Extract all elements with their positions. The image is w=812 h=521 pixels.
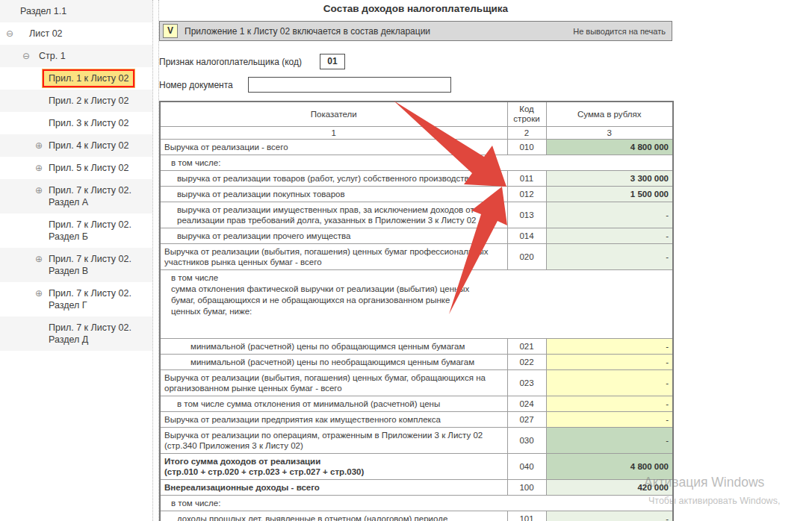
row-label: доходы прошлых лет, выявленные в отчетно… <box>160 511 507 521</box>
expand-icon[interactable]: ⊕ <box>35 162 43 174</box>
row-value[interactable]: 1 500 000 <box>546 186 673 202</box>
row-label: Выручка от реализации - всего <box>160 139 507 155</box>
row-code: 014 <box>507 228 546 243</box>
row-code: 100 <box>507 479 546 495</box>
table-header-row: Показатели Код строки Сумма в рублях <box>160 102 673 126</box>
row-value[interactable]: 4 800 000 <box>546 139 673 155</box>
panel-splitter[interactable] <box>152 0 159 521</box>
include-declaration-bar: V Приложение 1 к Листу 02 включается в с… <box>159 21 672 41</box>
sidebar-item[interactable]: ⊖Стр. 1 <box>0 45 153 67</box>
sidebar-tree: Раздел 1.1⊖Лист 02⊖Стр. 1Прил. 1 к Листу… <box>0 0 153 351</box>
expand-icon[interactable]: ⊕ <box>35 184 43 196</box>
sidebar-item[interactable]: ⊕Прил. 7 к Листу 02. Раздел В <box>0 248 153 282</box>
sidebar-item[interactable]: ⊕Прил. 7 к Листу 02. Раздел Г <box>0 282 153 316</box>
table-row: Внереализационные доходы - всего100420 0… <box>160 479 673 495</box>
row-code: 010 <box>507 139 546 155</box>
column-header-code: Код строки <box>507 102 546 126</box>
row-label: в том числе сумма отклонения фактической… <box>160 269 673 338</box>
row-value[interactable]: - <box>546 411 673 427</box>
table-row: Выручка от реализации (выбытия, погашени… <box>160 243 673 269</box>
print-note-label: Не выводится на печать <box>573 27 666 36</box>
row-label: выручка от реализации покупных товаров <box>160 186 507 202</box>
table-row: в том числе: <box>160 155 673 170</box>
row-label: Выручка от реализации предприятия как им… <box>160 411 507 427</box>
sidebar-item-label: Прил. 7 к Листу 02. Раздел В <box>49 253 131 277</box>
row-code: 012 <box>507 186 546 202</box>
row-label: Выручка от реализации (выбытия, погашени… <box>160 243 507 269</box>
table-row: доходы прошлых лет, выявленные в отчетно… <box>160 511 673 521</box>
row-code: 101 <box>507 511 546 521</box>
main-panel: Состав доходов налогоплательщика V Прило… <box>159 0 812 521</box>
expand-icon[interactable]: ⊕ <box>35 253 43 265</box>
column-number-3: 3 <box>546 126 673 139</box>
sidebar-item-label: Стр. 1 <box>39 50 66 62</box>
row-label: Итого сумма доходов от реализации (стр.0… <box>160 453 507 479</box>
table-row: выручка от реализации товаров (работ, ус… <box>160 170 673 186</box>
row-label: Выручка от реализации (выбытия, погашени… <box>160 369 507 396</box>
row-code: 020 <box>507 243 546 269</box>
table-row: минимальной (расчетной) цены по обращающ… <box>160 338 673 354</box>
row-label: минимальной (расчетной) цены по необраща… <box>160 354 507 369</box>
include-declaration-label: Приложение 1 к Листу 02 включается в сос… <box>185 26 573 37</box>
expand-icon[interactable]: ⊕ <box>35 140 43 152</box>
row-value[interactable]: - <box>546 427 673 453</box>
row-label: в том числе сумма отклонения от минималь… <box>160 396 507 411</box>
row-code: 027 <box>507 411 546 427</box>
sidebar-item[interactable]: ⊕Прил. 5 к Листу 02 <box>0 157 153 179</box>
row-code: 024 <box>507 396 546 411</box>
row-label: Внереализационные доходы - всего <box>160 479 507 495</box>
row-value[interactable]: - <box>546 228 673 243</box>
sidebar-item-label: Прил. 4 к Листу 02 <box>49 140 128 152</box>
column-number-1: 1 <box>160 126 507 139</box>
sidebar-item[interactable]: Прил. 3 к Листу 02 <box>0 112 153 134</box>
sidebar-item[interactable]: ⊕Прил. 7 к Листу 02. Раздел А <box>0 179 153 213</box>
document-number-input[interactable] <box>248 77 451 93</box>
row-label: в том числе: <box>160 495 673 511</box>
sidebar-item-label: Лист 02 <box>29 28 63 40</box>
sidebar-panel: Раздел 1.1⊖Лист 02⊖Стр. 1Прил. 1 к Листу… <box>0 0 153 521</box>
row-value[interactable]: - <box>546 354 673 369</box>
include-checkbox[interactable]: V <box>163 24 178 38</box>
table-row: Выручка от реализации - всего0104 800 00… <box>160 139 673 155</box>
row-value[interactable]: - <box>546 511 673 521</box>
table-row: в том числе сумма отклонения от минималь… <box>160 396 673 411</box>
table-row: в том числе: <box>160 495 673 511</box>
taxpayer-code-field[interactable]: 01 <box>320 54 345 69</box>
sidebar-item-label: Прил. 5 к Листу 02 <box>49 162 128 174</box>
row-label: выручка от реализации товаров (работ, ус… <box>160 170 507 186</box>
taxpayer-code-label: Признак налогоплательщика (код) <box>159 57 302 67</box>
sidebar-item[interactable]: Раздел 1.1 <box>0 0 153 22</box>
row-code: 022 <box>507 354 546 369</box>
sidebar-item[interactable]: ⊖Лист 02 <box>0 22 153 45</box>
sidebar-item[interactable]: Прил. 7 к Листу 02. Раздел Д <box>0 316 153 351</box>
sidebar-item[interactable]: Прил. 7 к Листу 02. Раздел Б <box>0 213 153 248</box>
row-label: Выручка от реализации по операциям, отра… <box>160 427 507 453</box>
expand-icon[interactable]: ⊕ <box>35 287 43 299</box>
row-code: 013 <box>507 202 546 228</box>
row-value[interactable]: - <box>546 338 673 354</box>
page-title: Состав доходов налогоплательщика <box>159 3 672 14</box>
table-row: Выручка от реализации по операциям, отра… <box>160 427 673 453</box>
row-code: 023 <box>507 369 546 396</box>
row-label: выручка от реализации прочего имущества <box>160 228 507 243</box>
sidebar-item-label: Раздел 1.1 <box>20 5 66 17</box>
sidebar-item[interactable]: Прил. 1 к Листу 02 <box>0 67 153 90</box>
row-label: выручка от реализации имущественных прав… <box>160 202 507 228</box>
table-row: выручка от реализации покупных товаров01… <box>160 186 673 202</box>
collapse-icon[interactable]: ⊖ <box>6 28 13 40</box>
column-number-row: 1 2 3 <box>160 126 673 139</box>
sidebar-item[interactable]: ⊕Прил. 4 к Листу 02 <box>0 134 153 157</box>
table-row: выручка от реализации имущественных прав… <box>160 202 673 228</box>
sidebar-item-label: Прил. 2 к Листу 02 <box>49 95 128 107</box>
row-value[interactable]: 3 300 000 <box>546 170 673 186</box>
table-row: минимальной (расчетной) цены по необраща… <box>160 354 673 369</box>
sidebar-item[interactable]: Прил. 2 к Листу 02 <box>0 90 153 112</box>
sidebar-item-label: Прил. 7 к Листу 02. Раздел Г <box>49 287 131 311</box>
table-row: выручка от реализации прочего имущества0… <box>160 228 673 243</box>
row-value[interactable]: - <box>546 243 673 269</box>
row-value[interactable]: - <box>546 396 673 411</box>
row-value[interactable]: - <box>546 369 673 396</box>
row-value[interactable]: - <box>546 202 673 228</box>
collapse-icon[interactable]: ⊖ <box>22 50 30 62</box>
row-label: минимальной (расчетной) цены по обращающ… <box>160 338 507 354</box>
